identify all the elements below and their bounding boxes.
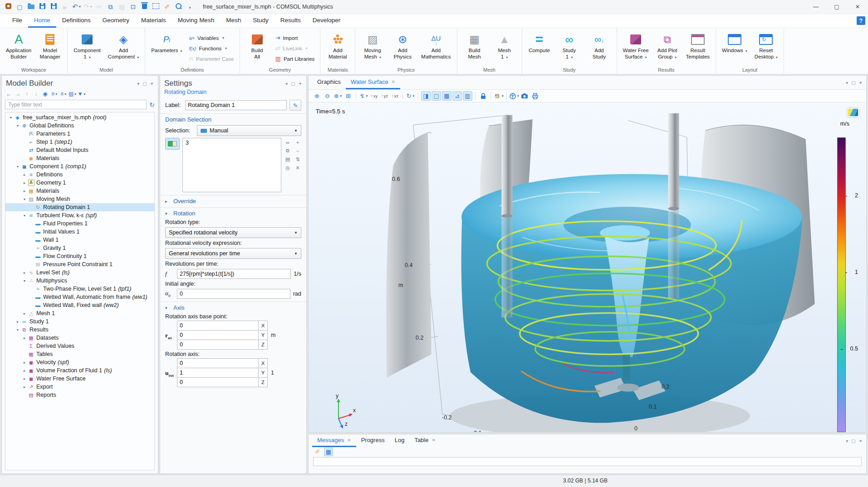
- run-button[interactable]: ▶: [59, 2, 71, 12]
- pin-icon[interactable]: ✦: [859, 80, 863, 85]
- menu-tab-moving-mesh[interactable]: Moving Mesh: [172, 14, 220, 28]
- zoom-in-button[interactable]: ⊕: [312, 91, 322, 101]
- livelink-button[interactable]: ⇄LiveLink▾: [275, 44, 315, 53]
- lock-button[interactable]: [478, 91, 488, 101]
- expander-icon[interactable]: ▾: [22, 214, 27, 218]
- tree-item[interactable]: ▾▨Moving Mesh: [5, 195, 154, 203]
- tree-item[interactable]: ≈Gravity 1: [5, 244, 154, 252]
- filter-button[interactable]: ▼▾: [77, 90, 86, 98]
- tree-item[interactable]: ▬Fluid Properties 1: [5, 219, 154, 228]
- more-commands-button[interactable]: ▾: [184, 3, 196, 13]
- windows-button[interactable]: Windows ▾: [719, 30, 750, 66]
- build-mesh-button[interactable]: ▦BuildMesh: [460, 30, 489, 66]
- open-button[interactable]: [25, 2, 37, 12]
- selection-dropdown[interactable]: Manual ▼: [197, 125, 301, 136]
- expand-all-button[interactable]: ≡▾: [59, 90, 68, 98]
- axis-header[interactable]: Axis: [173, 304, 185, 311]
- rotation-axis-x-input[interactable]: [177, 358, 259, 368]
- move-down-button[interactable]: ↓: [32, 90, 40, 98]
- tree-item[interactable]: ▸AGeometry 1: [5, 179, 154, 187]
- initial-angle-input[interactable]: [177, 289, 290, 299]
- zoom-out-button[interactable]: ⊖: [323, 91, 332, 101]
- chevron-down-icon[interactable]: ▾: [165, 211, 170, 216]
- material-sweep-button[interactable]: ✐: [162, 2, 173, 12]
- colorbar-toggle[interactable]: ▥: [463, 91, 472, 101]
- maximize-button[interactable]: ▢: [826, 0, 847, 14]
- tree-item[interactable]: ⌐Step 1(step1): [5, 138, 154, 146]
- undo-button[interactable]: ↶▾: [71, 1, 82, 11]
- plot-thumbnail-icon[interactable]: [847, 108, 859, 117]
- import-button[interactable]: ⇥Import: [275, 34, 315, 43]
- grid-toggle[interactable]: ▦: [442, 91, 451, 101]
- add-mathematics-button[interactable]: ΔU↓AddMathematics: [418, 30, 454, 66]
- tree-item[interactable]: ⇄Default Model Inputs: [5, 146, 154, 154]
- variables-button[interactable]: a=Variables▾: [189, 34, 234, 43]
- tree-item[interactable]: ▬Wall 1: [5, 236, 154, 244]
- select-button[interactable]: [150, 1, 162, 11]
- delete-button[interactable]: [139, 1, 150, 11]
- parameters-button[interactable]: PiParameters ▾: [148, 30, 185, 66]
- preview-button[interactable]: [173, 1, 184, 11]
- expander-icon[interactable]: ▸: [22, 189, 27, 193]
- expander-icon[interactable]: ▸: [22, 360, 27, 365]
- add-plot-group-button[interactable]: ⧉Add PlotGroup ▾: [653, 30, 682, 66]
- zoom-extents-button[interactable]: ⊞: [343, 91, 353, 101]
- menu-tab-results[interactable]: Results: [275, 14, 307, 28]
- tree-item[interactable]: ▸△Mesh 1: [5, 309, 154, 317]
- menu-tab-definitions[interactable]: Definitions: [56, 14, 97, 28]
- graphics-canvas[interactable]: Time=5.5 s 0.60.40.2m-0.2-0.10.20.10 m/s…: [309, 102, 866, 432]
- rotate-view-button[interactable]: ↻▾: [406, 91, 415, 101]
- tree-item[interactable]: ▤Reports: [5, 391, 154, 399]
- paste-button[interactable]: ▤: [116, 2, 128, 12]
- expander-icon[interactable]: ▾: [22, 197, 27, 201]
- active-toggle-button[interactable]: [165, 138, 180, 150]
- selection-list[interactable]: 3: [182, 138, 281, 192]
- tree-item[interactable]: ▾◼Component 1(comp1): [5, 162, 154, 170]
- menu-tab-materials[interactable]: Materials: [135, 14, 172, 28]
- filter-input[interactable]: [5, 100, 147, 109]
- rotation-axis-z-input[interactable]: [177, 377, 259, 387]
- pin-icon[interactable]: ✦: [299, 81, 302, 86]
- expander-icon[interactable]: ▸: [22, 377, 27, 381]
- rotation-type-dropdown[interactable]: Specified rotational velocity▼: [165, 227, 301, 238]
- tree-item[interactable]: ▸◼Water Free Surface: [5, 375, 154, 383]
- view-xy-button[interactable]: ↑xy: [369, 91, 379, 101]
- pin-icon[interactable]: ✦: [859, 438, 863, 443]
- minimize-button[interactable]: —: [805, 0, 826, 14]
- chevron-down-icon[interactable]: ▾: [846, 80, 848, 85]
- tab-water-surface[interactable]: Water Surface✕: [346, 76, 400, 89]
- velocity-expression-dropdown[interactable]: General revolutions per time▼: [165, 248, 301, 259]
- menu-tab-study[interactable]: Study: [247, 14, 275, 28]
- save-as-button[interactable]: [48, 1, 59, 11]
- scene-settings-button[interactable]: ▾: [510, 91, 519, 101]
- tree-item[interactable]: ΣDerived Values: [5, 342, 154, 350]
- tree-item[interactable]: ▾◆free_surface_mixer_ls.mph(root): [5, 113, 154, 122]
- water-free-surface-button[interactable]: Water FreeSurface ▾: [620, 30, 652, 66]
- expander-icon[interactable]: ▾: [15, 165, 20, 169]
- part-libraries-button[interactable]: ▥Part Libraries: [275, 54, 315, 63]
- mesh-1-button[interactable]: ▲Mesh1 ▾: [490, 30, 519, 66]
- tree-item[interactable]: ▬Wetted Wall, Fixed wall(ww2): [5, 301, 154, 309]
- tree-item[interactable]: ↻Rotating Domain 1: [5, 203, 154, 211]
- color-palette-button[interactable]: ▾: [494, 91, 504, 101]
- print-button[interactable]: [530, 91, 540, 101]
- expander-icon[interactable]: ▸: [22, 336, 27, 340]
- comsol-logo-icon[interactable]: [3, 1, 14, 11]
- expander-icon[interactable]: ▸: [22, 173, 27, 177]
- base-point-x-input[interactable]: [177, 321, 259, 331]
- tree-item[interactable]: ≈Two-Phase Flow, Level Set 1(tpf1): [5, 285, 154, 293]
- study-1-button[interactable]: ∞Study1 ▾: [555, 30, 584, 66]
- model-tree-nodes-button[interactable]: ▤▾: [68, 90, 77, 98]
- deselect-icon[interactable]: ✕: [294, 165, 301, 171]
- default-view-button[interactable]: ↯▾: [359, 91, 368, 101]
- tab-graphics[interactable]: Graphics: [312, 76, 346, 89]
- tree-item[interactable]: ▸∞Study 1: [5, 317, 154, 326]
- expander-icon[interactable]: ▾: [15, 328, 20, 332]
- expander-icon[interactable]: ▾: [15, 124, 20, 128]
- add-physics-button[interactable]: ⊛AddPhysics: [388, 30, 417, 66]
- copy-button[interactable]: ⧉: [105, 2, 116, 12]
- menu-tab-home[interactable]: Home: [28, 14, 56, 28]
- component-1-button[interactable]: Component1 ▾: [70, 30, 103, 66]
- close-icon[interactable]: ✕: [347, 438, 351, 443]
- build-all-button[interactable]: BuildAll: [243, 30, 272, 66]
